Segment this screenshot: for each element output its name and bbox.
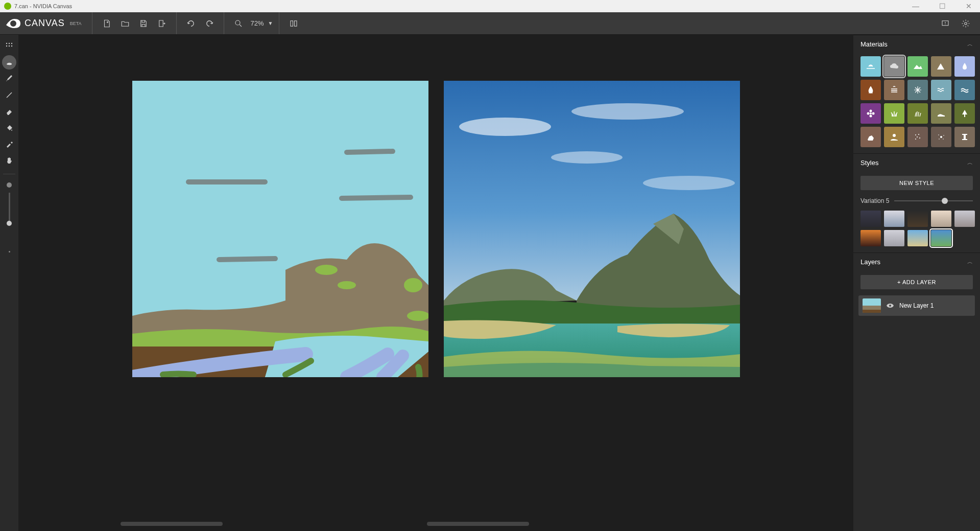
input-scrollbar[interactable]	[121, 522, 223, 526]
grid-icon[interactable]	[2, 39, 16, 53]
settings-button[interactable]	[958, 15, 974, 32]
svg-point-22	[870, 112, 872, 114]
svg-point-6	[9, 43, 10, 44]
material-stars[interactable]	[931, 127, 951, 147]
app-logo: CANVAS BETA	[6, 18, 82, 29]
material-sea[interactable]	[954, 80, 975, 100]
app-name: CANVAS	[25, 18, 65, 29]
fill-tool[interactable]	[2, 121, 16, 135]
layer-name: New Layer 1	[899, 302, 934, 309]
material-sky[interactable]	[861, 56, 881, 77]
feedback-button[interactable]	[937, 15, 953, 32]
compare-view-button[interactable]	[285, 15, 302, 32]
line-tool[interactable]	[2, 88, 16, 102]
svg-point-0	[235, 20, 240, 25]
material-waves[interactable]	[931, 80, 951, 100]
variation-slider[interactable]	[894, 200, 973, 201]
material-stone[interactable]	[954, 127, 975, 147]
material-cloud[interactable]	[884, 56, 904, 77]
svg-point-17	[459, 118, 551, 136]
pan-tool[interactable]	[2, 153, 16, 168]
svg-point-33	[940, 136, 942, 138]
svg-point-8	[6, 45, 7, 47]
brush-size-large-icon	[7, 182, 12, 188]
new-file-button[interactable]	[99, 15, 115, 32]
svg-point-25	[867, 112, 870, 115]
eraser-tool[interactable]	[2, 104, 16, 119]
eyedropper-tool[interactable]	[2, 137, 16, 151]
material-grass[interactable]	[884, 103, 904, 124]
open-file-button[interactable]	[117, 15, 133, 32]
layers-title: Layers	[861, 258, 880, 266]
minimize-button[interactable]: —	[909, 2, 923, 10]
styles-header[interactable]: Styles ︿	[853, 153, 980, 172]
material-snow[interactable]	[907, 80, 928, 100]
brush-size-slider[interactable]	[9, 193, 10, 223]
input-canvas[interactable]	[132, 81, 428, 377]
svg-rect-38	[962, 134, 967, 135]
material-bush[interactable]	[907, 103, 928, 124]
chevron-up-icon: ︿	[967, 159, 973, 167]
svg-point-26	[872, 112, 875, 115]
material-tree[interactable]	[954, 103, 975, 124]
save-button[interactable]	[135, 15, 152, 32]
material-fog[interactable]	[884, 80, 904, 100]
material-brush-tool[interactable]	[2, 55, 16, 70]
maximize-button[interactable]: ☐	[935, 2, 949, 10]
svg-point-36	[939, 138, 940, 140]
visibility-icon[interactable]	[886, 302, 894, 310]
svg-rect-39	[964, 135, 966, 139]
svg-point-7	[11, 43, 12, 44]
brush-size-small-icon	[9, 251, 10, 252]
beta-badge: BETA	[70, 21, 82, 26]
material-rock[interactable]	[861, 127, 881, 147]
svg-point-37	[943, 138, 944, 140]
material-dirt[interactable]	[931, 103, 951, 124]
style-thumb-2[interactable]	[884, 211, 904, 227]
svg-point-5	[6, 43, 7, 44]
add-layer-button[interactable]: + ADD LAYER	[861, 275, 973, 289]
style-thumb-6[interactable]	[861, 230, 881, 246]
material-fire[interactable]	[861, 80, 881, 100]
top-toolbar: CANVAS BETA 72% ▼	[0, 12, 980, 35]
material-mountain[interactable]	[931, 56, 951, 77]
layer-row[interactable]: New Layer 1	[858, 295, 975, 316]
style-thumb-5[interactable]	[954, 211, 975, 227]
variation-label: Variation 5	[861, 197, 889, 204]
redo-button[interactable]	[201, 15, 218, 32]
svg-point-12	[315, 265, 338, 275]
material-water[interactable]	[954, 56, 975, 77]
svg-point-32	[915, 138, 916, 140]
close-button[interactable]: ✕	[962, 2, 976, 10]
style-thumb-9[interactable]	[931, 230, 951, 246]
undo-button[interactable]	[183, 15, 199, 32]
svg-point-28	[915, 134, 916, 135]
svg-rect-1	[291, 20, 293, 26]
material-gravel[interactable]	[907, 127, 928, 147]
style-thumb-3[interactable]	[907, 211, 928, 227]
svg-point-20	[643, 176, 735, 190]
materials-header[interactable]: Materials ︿	[853, 35, 980, 53]
brush-tool[interactable]	[2, 72, 16, 86]
style-thumb-8[interactable]	[907, 230, 928, 246]
zoom-dropdown[interactable]: ▼	[268, 20, 273, 26]
svg-point-18	[571, 103, 684, 120]
svg-point-35	[943, 135, 944, 136]
svg-point-30	[917, 136, 918, 137]
canvas-area	[18, 35, 853, 531]
chevron-up-icon: ︿	[967, 258, 973, 266]
svg-point-34	[938, 134, 939, 135]
style-thumb-1[interactable]	[861, 211, 881, 227]
app-icon	[4, 3, 11, 10]
new-style-button[interactable]: NEW STYLE	[861, 176, 973, 190]
style-thumb-4[interactable]	[931, 211, 951, 227]
style-thumb-7[interactable]	[884, 230, 904, 246]
material-flower[interactable]	[861, 103, 881, 124]
svg-point-10	[11, 45, 12, 47]
zoom-icon[interactable]	[230, 15, 247, 32]
material-hill[interactable]	[907, 56, 928, 77]
export-button[interactable]	[154, 15, 170, 32]
material-sand[interactable]	[884, 127, 904, 147]
output-scrollbar[interactable]	[427, 522, 529, 526]
layers-header[interactable]: Layers ︿	[853, 252, 980, 271]
